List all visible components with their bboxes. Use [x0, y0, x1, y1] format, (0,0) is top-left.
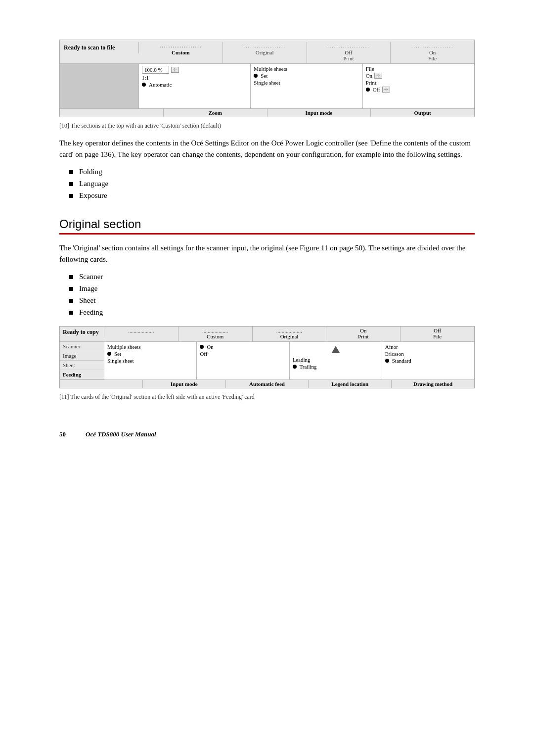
bullet-feeding-text: Feeding — [79, 306, 103, 318]
fig11-tab-original[interactable]: ................... Original — [253, 327, 327, 341]
fig10-tab-file[interactable]: ................... On File — [391, 42, 474, 63]
fig11-drawing-row2: Ericsson — [385, 351, 471, 357]
fig10-tab-print[interactable]: ................... Off Print — [307, 42, 391, 63]
fig10-tab-custom[interactable]: ................... Custom — [139, 42, 223, 63]
bullet-square-image — [69, 287, 73, 291]
fig10-inputmode-single: Single sheet — [254, 80, 280, 86]
fig10-tab-original[interactable]: ................... Original — [223, 42, 307, 63]
fig10-inputmode-multiple: Multiple sheets — [254, 66, 287, 72]
fig11-tab-empty-dots: ................... — [128, 328, 154, 333]
body-text-1: The key operator defines the contents in… — [59, 138, 475, 160]
fig11-autofeed-row1: On — [200, 344, 286, 350]
fig10-inputmode-panel: Multiple sheets Set Single sheet — [251, 64, 362, 108]
bullet-folding: Folding — [69, 166, 475, 178]
fig11-drawing-standard-radio — [385, 359, 389, 363]
fig10-tab-print-sub2: Print — [343, 55, 354, 61]
fig11-legend-panel: Leading Trailing — [290, 342, 382, 379]
bullet-sheet-text: Sheet — [79, 294, 95, 306]
fig11-header-label: Ready to copy — [60, 327, 104, 338]
fig10-zoom-input[interactable]: 100.0 % — [142, 66, 169, 74]
fig11-drawing-row1: Afnor — [385, 344, 471, 350]
fig10-inputmode-row3: Single sheet — [254, 80, 359, 86]
bullet-image: Image — [69, 283, 475, 294]
fig11-legend-row2: Trailing — [293, 364, 379, 370]
bullet-exposure: Exposure — [69, 189, 475, 201]
fig11-tab-print-sub2: Print — [358, 333, 368, 339]
fig11-tab-custom[interactable]: ................... Custom — [178, 327, 253, 341]
fig11-inputmode-single: Single sheet — [107, 358, 134, 364]
fig11-tab-print-sub1: On — [360, 328, 366, 333]
fig11-inputmode-multiple: Multiple sheets — [107, 344, 141, 350]
fig10-output-panel: File On ⊹ Print Off ⊹ — [363, 64, 474, 108]
fig11-drawing-standard-label: Standard — [392, 358, 411, 364]
fig11-inputmode-set-radio — [107, 352, 111, 356]
fig10-tab-file-sub1: On — [429, 49, 436, 55]
fig11-tab-original-label: Original — [280, 333, 299, 339]
fig11-tab-custom-label: Custom — [207, 333, 223, 339]
fig10-output-row3: Print — [366, 80, 471, 86]
fig11-footer-inputmode: Input mode — [143, 380, 226, 388]
fig10-zoom-row1: 100.0 % ⊹ — [142, 66, 247, 74]
fig10-footer-zoom: Zoom — [164, 109, 267, 117]
fig11-drawing-row3: Standard — [385, 358, 471, 364]
fig11-footer-legend: Legend location — [309, 380, 392, 388]
fig11-footer-spacer — [60, 380, 143, 388]
fig11-sidebar-sheet[interactable]: Sheet — [60, 361, 104, 370]
bullet-scanner-text: Scanner — [79, 271, 103, 283]
fig10-tabs: ................... Custom .............… — [139, 42, 474, 63]
fig11-tab-empty[interactable]: ................... — [104, 327, 178, 341]
fig10-output-off-radio — [366, 88, 370, 92]
fig11-legend-trailing-radio — [293, 365, 297, 369]
fig11-inputmode-row3: Single sheet — [107, 358, 193, 364]
fig10-output-file: File — [366, 66, 374, 72]
bullet-square-sheet — [69, 299, 73, 303]
original-bullet-list: Scanner Image Sheet Feeding — [69, 271, 475, 318]
figure10-caption: [10] The sections at the top with an act… — [59, 122, 475, 130]
fig10-header-label: Ready to scan to file — [60, 42, 139, 53]
fig11-autofeed-on-radio — [200, 345, 204, 349]
bullet-language-text: Language — [79, 178, 108, 189]
bullet-sheet: Sheet — [69, 294, 475, 306]
fig11-drawing-ericsson: Ericsson — [385, 351, 404, 357]
fig10-output-off-label: Off — [373, 87, 380, 93]
fig10-tab-custom-label: Custom — [172, 49, 190, 55]
fig11-legend-arrow-icon — [332, 346, 340, 353]
fig11-panels: Multiple sheets Set Single sheet On — [104, 342, 474, 379]
fig11-inputmode-row2: Set — [107, 351, 193, 357]
fig10-tab-print-sub1: Off — [345, 49, 352, 55]
fig11-inputmode-set-label: Set — [114, 351, 121, 357]
custom-bullet-list: Folding Language Exposure — [69, 166, 475, 201]
fig11-footer-drawing: Drawing method — [392, 380, 474, 388]
fig11-inputmode-panel: Multiple sheets Set Single sheet — [104, 342, 197, 379]
fig10-body: 100.0 % ⊹ 1:1 Automatic Multiple sheets — [60, 64, 474, 108]
fig11-autofeed-row2: Off — [200, 351, 286, 357]
fig11-tab-file[interactable]: Off File — [400, 327, 474, 341]
fig10-zoom-spinner[interactable]: ⊹ — [171, 67, 179, 73]
fig11-sidebar-scanner[interactable]: Scanner — [60, 342, 104, 351]
fig11-drawing-afnor: Afnor — [385, 344, 398, 350]
fig10-header: Ready to scan to file ..................… — [60, 40, 474, 64]
fig11-drawing-panel: Afnor Ericsson Standard — [382, 342, 474, 379]
fig11-sidebar-feeding[interactable]: Feeding — [60, 370, 104, 379]
bullet-scanner: Scanner — [69, 271, 475, 283]
bullet-feeding: Feeding — [69, 306, 475, 318]
fig10-zoom-panel: 100.0 % ⊹ 1:1 Automatic — [139, 64, 251, 108]
bullet-folding-text: Folding — [79, 166, 102, 178]
fig10-footer-output: Output — [371, 109, 474, 117]
bullet-image-text: Image — [79, 283, 97, 294]
fig11-autofeed-off: Off — [200, 351, 207, 357]
fig10-tab-original-label: Original — [256, 49, 274, 55]
fig10-inputmode-row2: Set — [254, 73, 359, 79]
fig10-footer-inputmode: Input mode — [267, 109, 371, 117]
fig10-tab-file-dots: ................... — [411, 43, 454, 48]
bullet-exposure-text: Exposure — [79, 189, 107, 201]
fig11-tab-print[interactable]: On Print — [326, 327, 400, 341]
fig10-zoom-auto-label: Automatic — [149, 82, 172, 88]
fig11-footer-autofeed: Automatic feed — [226, 380, 309, 388]
fig10-output-spinner[interactable]: ⊹ — [374, 73, 382, 79]
fig10-tab-print-dots: ................... — [327, 43, 370, 48]
fig10-footer-spacer — [60, 109, 164, 117]
fig11-sidebar-image[interactable]: Image — [60, 351, 104, 361]
bullet-language: Language — [69, 178, 475, 189]
fig10-output-off-spinner[interactable]: ⊹ — [382, 87, 390, 93]
